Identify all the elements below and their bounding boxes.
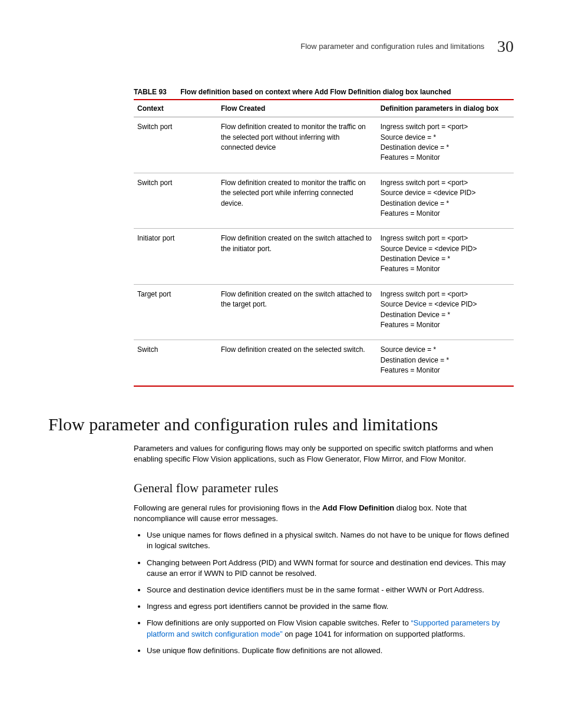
- cell-flow: Flow definition created to monitor the t…: [217, 173, 377, 229]
- chapter-number: 30: [497, 37, 514, 55]
- th-definition-params: Definition parameters in dialog box: [377, 100, 514, 117]
- cell-def: Ingress switch port = <port> Source Devi…: [377, 229, 514, 285]
- cell-context: Switch: [134, 340, 217, 386]
- cell-context: Switch port: [134, 117, 217, 173]
- section-body: Parameters and values for configuring fl…: [134, 443, 514, 656]
- table-row: Switch port Flow definition created to m…: [134, 117, 514, 173]
- list-item: Changing between Port Address (PID) and …: [147, 558, 514, 579]
- cell-flow: Flow definition created to monitor the t…: [217, 117, 377, 173]
- th-flow-created: Flow Created: [217, 100, 377, 117]
- cell-flow: Flow definition created on the switch at…: [217, 229, 377, 285]
- table-block: TABLE 93 Flow definition based on contex…: [134, 87, 514, 387]
- bold-dialog-name: Add Flow Definition: [322, 503, 394, 512]
- cell-flow: Flow definition created on the switch at…: [217, 284, 377, 340]
- subsection-intro: Following are general rules for provisio…: [134, 503, 514, 524]
- th-context: Context: [134, 100, 217, 117]
- table-row: Target port Flow definition created on t…: [134, 284, 514, 340]
- cell-def: Ingress switch port = <port> Source Devi…: [377, 284, 514, 340]
- table-row: Switch Flow definition created on the se…: [134, 340, 514, 386]
- rules-list: Use unique names for flows defined in a …: [134, 530, 514, 656]
- list-item: Use unique flow definitions. Duplicate f…: [147, 645, 514, 656]
- table-description: Flow definition based on context where A…: [180, 88, 451, 96]
- table-header-row: Context Flow Created Definition paramete…: [134, 100, 514, 117]
- running-header-title: Flow parameter and configuration rules a…: [300, 42, 484, 51]
- table-label: TABLE 93: [134, 88, 167, 96]
- subsection-heading: General flow parameter rules: [134, 480, 514, 496]
- list-item: Flow definitions are only supported on F…: [147, 618, 514, 639]
- cell-context: Switch port: [134, 173, 217, 229]
- flow-definition-table: Context Flow Created Definition paramete…: [134, 99, 514, 387]
- section-heading: Flow parameter and configuration rules a…: [48, 413, 514, 437]
- cell-def: Source device = * Destination device = *…: [377, 340, 514, 386]
- table-row: Switch port Flow definition created to m…: [134, 173, 514, 229]
- section-intro: Parameters and values for configuring fl…: [134, 443, 514, 465]
- table-row: Initiator port Flow definition created o…: [134, 229, 514, 285]
- cell-flow: Flow definition created on the selected …: [217, 340, 377, 386]
- list-item: Source and destination device identifier…: [147, 585, 514, 595]
- cell-def: Ingress switch port = <port> Source devi…: [377, 173, 514, 229]
- cell-def: Ingress switch port = <port> Source devi…: [377, 117, 514, 173]
- cell-context: Initiator port: [134, 229, 217, 285]
- table-caption: TABLE 93 Flow definition based on contex…: [134, 87, 514, 97]
- list-item: Ingress and egress port identifiers cann…: [147, 601, 514, 612]
- list-item: Use unique names for flows defined in a …: [147, 530, 514, 551]
- cell-context: Target port: [134, 284, 217, 340]
- running-header: Flow parameter and configuration rules a…: [48, 35, 514, 58]
